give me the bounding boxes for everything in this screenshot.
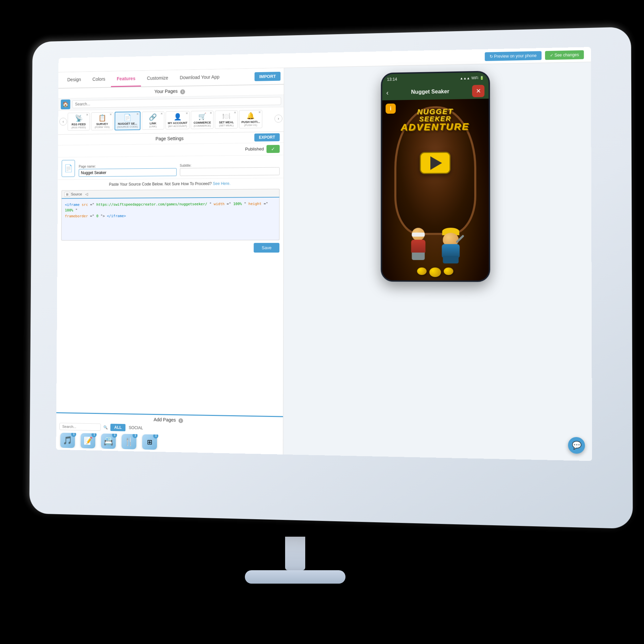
pages-carousel: ‹ ✕ 📡 RSS FEED (RSS FEED): [58, 107, 284, 133]
source-code-area[interactable]: <iframe src =" https://swiftspeedappcrea…: [61, 197, 279, 240]
page-icon-preview[interactable]: 📄: [62, 160, 75, 177]
see-changes-button[interactable]: ✓ See changes: [545, 50, 584, 60]
page-item-link-close[interactable]: ✕: [160, 112, 163, 115]
page-item-myaccount-close[interactable]: ✕: [186, 111, 189, 115]
page-settings-title: Page Settings: [62, 135, 280, 143]
page-item-pushnoti-label: PUSH NOTI...: [241, 120, 260, 124]
add-page-contacts[interactable]: 📇 ℹ: [100, 433, 117, 449]
pages-search-input[interactable]: [72, 97, 281, 108]
code-attr-frameborder: frameborder: [65, 214, 88, 218]
add-pages-section: Add Pages ℹ 🔍 ALL SOCIAL: [56, 412, 283, 454]
page-item-commerce-sublabel: (COMMERCE): [194, 124, 211, 127]
add-pages-toolbar: 🔍 ALL SOCIAL: [56, 423, 283, 434]
tab-colors[interactable]: Colors: [87, 72, 111, 87]
code-line-2: frameborder =" 0 "> </iframe>: [65, 212, 276, 219]
game-play-button[interactable]: [420, 152, 451, 174]
source-icon: ⊞: [64, 192, 70, 197]
carousel-left-button[interactable]: ‹: [59, 118, 67, 126]
page-item-survey[interactable]: ✕ 📋 SURVEY (FORM YES): [91, 112, 113, 130]
phone-frame: 13:14 ▲▲▲ WiFi 🔋 ‹ Nugget Seaker ✕: [381, 71, 490, 282]
code-line-1: <iframe src =" https://swiftspeedappcrea…: [65, 201, 276, 213]
code-attr-src: src: [82, 202, 88, 207]
add-page-qr[interactable]: ⊞ ℹ: [141, 434, 158, 450]
filter-social-button[interactable]: SOCIAL: [127, 424, 145, 432]
save-button-row: Save: [61, 240, 279, 255]
tab-download[interactable]: Download Your App: [174, 69, 225, 86]
character-2: [436, 228, 465, 264]
code-val-width: 100%: [233, 202, 242, 206]
code-val-height: 100%: [65, 208, 73, 213]
page-item-myaccount[interactable]: ✕ 👤 MY ACCOUNT (MY ACCOUNT): [165, 111, 190, 129]
code-val-src: https://swiftspeedappcreator.com/games/n…: [96, 202, 207, 206]
tab-design[interactable]: Design: [61, 72, 87, 88]
subtitle-field: Subtitle:: [180, 163, 280, 176]
page-item-nugget-close[interactable]: ✕: [136, 112, 139, 116]
source-toolbar: ⊞ Source ◁: [61, 189, 279, 198]
info-badge-left: i: [386, 104, 396, 114]
page-item-setmeal-close[interactable]: ✕: [234, 111, 236, 114]
game-characters: [405, 228, 465, 264]
page-item-rss-label: RSS FEED: [71, 122, 86, 126]
add-page-notes[interactable]: 📝 ℹ: [79, 433, 96, 448]
page-item-survey-close[interactable]: ✕: [110, 113, 112, 116]
page-item-rss-icon: 📡: [75, 114, 83, 122]
filter-all-button[interactable]: ALL: [110, 424, 125, 431]
add-page-music[interactable]: 🎵 ℹ: [59, 433, 76, 448]
page-item-rss[interactable]: ✕ 📡 RSS FEED (RSS FEED): [67, 112, 90, 130]
code-tag-iframe-close: </iframe>: [107, 214, 126, 218]
page-item-myaccount-icon: 👤: [173, 113, 181, 121]
page-item-rss-close[interactable]: ✕: [86, 113, 89, 116]
qr-badge: ℹ: [153, 433, 159, 438]
tab-features[interactable]: Features: [111, 71, 141, 87]
add-pages-search-input[interactable]: [59, 423, 101, 431]
monitor-stand: [265, 537, 325, 597]
phone-close-button[interactable]: ✕: [472, 85, 484, 97]
game-title-area: NUGGET SEEKER ADVENTURE: [398, 107, 473, 133]
page-item-nugget[interactable]: ✕ 📄 NUGGET SE... (SOURCE CODE): [114, 111, 140, 130]
page-item-pushnoti[interactable]: ✕ 🔔 PUSH NOTI... (PUSH V1): [239, 110, 262, 128]
import-button[interactable]: IMPORT: [255, 71, 280, 81]
home-button[interactable]: 🏠: [61, 99, 70, 109]
page-item-pushnoti-icon: 🔔: [247, 111, 255, 119]
phone-back-button[interactable]: ‹: [386, 89, 389, 96]
stand-base: [245, 570, 345, 584]
page-item-setmeal[interactable]: ✕ 🍽️ SET MEAL (SET MEAL): [215, 110, 238, 128]
page-item-commerce[interactable]: ✕ 🛒 COMMERCE (COMMERCE): [191, 110, 214, 129]
phone-time: 13:14: [387, 77, 397, 82]
code-attr-height: height: [249, 202, 262, 206]
published-toggle[interactable]: ✓: [266, 145, 279, 153]
save-button[interactable]: Save: [254, 243, 279, 253]
phone-status-icons: ▲▲▲ WiFi 🔋: [460, 76, 484, 80]
page-item-nugget-icon: 📄: [123, 113, 131, 121]
page-name-fields: Page name: Subtitle:: [79, 163, 280, 177]
scene: ↻ Preview on your phone ✓ See changes De…: [0, 0, 644, 644]
page-name-input[interactable]: [79, 168, 177, 177]
phone-preview-area: 13:14 ▲▲▲ WiFi 🔋 ‹ Nugget Seaker ✕: [283, 62, 592, 461]
signal-icon: ▲▲▲: [460, 76, 470, 80]
nugget-1: [417, 267, 426, 275]
subtitle-input[interactable]: [180, 167, 280, 176]
search-icon: 🔍: [103, 425, 108, 429]
page-item-setmeal-icon: 🍽️: [222, 112, 230, 120]
page-item-survey-sublabel: (FORM YES): [95, 125, 110, 128]
source-code-section: Paste Your Source Code Below. Not Sure H…: [56, 178, 283, 416]
page-item-link-label: LINK: [150, 121, 156, 125]
preview-phone-button[interactable]: ↻ Preview on your phone: [485, 51, 541, 61]
restaurant-badge: ℹ: [132, 433, 138, 438]
export-button[interactable]: EXPORT: [254, 133, 280, 142]
page-name-label: Page name:: [79, 164, 177, 168]
chat-bubble-button[interactable]: 💬: [568, 437, 585, 454]
page-item-link[interactable]: ✕ 🔗 LINK (LINK): [142, 111, 164, 130]
page-item-commerce-close[interactable]: ✕: [210, 111, 212, 114]
source-toggle-icon[interactable]: ◁: [85, 192, 88, 196]
your-pages-info-icon: ℹ: [180, 89, 185, 94]
see-here-link[interactable]: See Here.: [213, 181, 230, 186]
page-name-field: Page name:: [79, 164, 177, 177]
tab-customize[interactable]: Customize: [141, 70, 174, 86]
add-page-restaurant[interactable]: 🍴 ℹ: [120, 434, 137, 449]
page-item-pushnoti-close[interactable]: ✕: [258, 110, 261, 114]
source-label: ⊞ Source: [64, 192, 82, 197]
subtitle-label: Subtitle:: [180, 163, 280, 167]
add-pages-icons: 🎵 ℹ 📝 ℹ: [56, 433, 283, 452]
carousel-right-button[interactable]: ›: [274, 115, 282, 123]
